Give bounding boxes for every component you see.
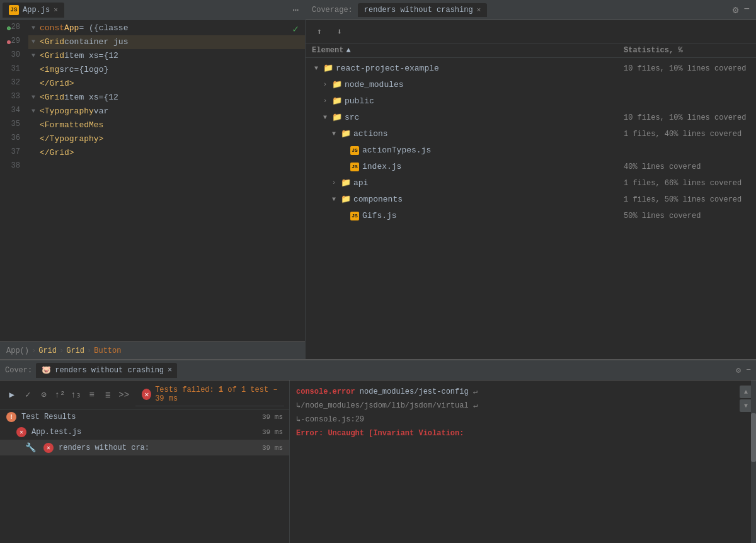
check-btn[interactable]: ✓ — [21, 387, 34, 403]
tree-item-root[interactable]: ▼ 📁 react-project-example 10 files, 10% … — [306, 60, 756, 77]
tree-arrow-root[interactable]: ▼ — [312, 64, 321, 73]
block-btn[interactable]: ⊘ — [37, 387, 50, 403]
sort-num-btn[interactable]: ↑² — [53, 387, 66, 403]
tree-stats-actions: 1 files, 40% lines covered — [624, 128, 750, 140]
line-numbers: 28 29 30 31 32 33 34 35 36 37 38 — [0, 20, 25, 173]
bottom-content: ▶ ✓ ⊘ ↑² ↑₃ ≡ ≣ >> ✕ Tests failed: 1 of … — [0, 380, 756, 543]
tree-item-gifs[interactable]: JS Gifs.js 50% lines covered — [306, 208, 756, 224]
coverage-tab-label: renders without crashing — [364, 6, 473, 14]
app-test-row[interactable]: ✕ App.test.js 39 ms — [0, 425, 289, 440]
test-results-label: Test Results — [21, 413, 257, 421]
breadcrumb-button: Button — [94, 346, 121, 355]
fold-29[interactable]: ▼ — [28, 21, 38, 35]
scrollbar[interactable] — [751, 380, 756, 543]
breadcrumb-app: App() — [6, 346, 29, 355]
app-js-tab[interactable]: JS App.js × — [3, 3, 64, 18]
app-test-fail-icon: ✕ — [16, 427, 26, 437]
scroll-down-btn[interactable]: ▼ — [740, 399, 752, 412]
fold-31[interactable]: ▼ — [28, 49, 38, 63]
code-content: ✓ 28 29 30 31 32 33 34 35 36 37 38 — [0, 20, 305, 341]
warn-icon: ! — [6, 412, 16, 422]
expand-all-btn[interactable]: ⬆ — [312, 24, 327, 39]
test-toolbar: ▶ ✓ ⊘ ↑² ↑₃ ≡ ≣ >> ✕ Tests failed: 1 of … — [0, 380, 289, 409]
bottom-tab-renders[interactable]: 🐷 renders without crashing × — [36, 363, 177, 378]
tree-label-actions: actions — [353, 128, 624, 140]
run-btn[interactable]: ▶ — [5, 387, 18, 403]
coverage-tab[interactable]: renders without crashing × — [358, 3, 487, 17]
app-test-time: 39 ms — [262, 428, 283, 436]
sort-arrow-icon: ▲ — [346, 46, 350, 55]
coverage-header: Coverage: renders without crashing × ⚙ − — [306, 0, 756, 20]
test-list: ! Test Results 39 ms ✕ App.test.js 39 ms… — [0, 409, 289, 543]
tree-item-src[interactable]: ▼ 📁 src 10 files, 10% lines covered — [306, 110, 756, 126]
tree-stats-index: 40% lines covered — [624, 161, 750, 173]
tree-stats-api: 1 files, 66% lines covered — [624, 177, 750, 190]
tree-arrow-node-modules[interactable]: › — [321, 81, 329, 89]
console-line-2: ↳/node_modules/jsdom/lib/jsdom/virtual ↵ — [296, 399, 750, 412]
element-col-header: Element ▲ — [312, 46, 624, 55]
folder-icon-api: 📁 — [341, 178, 351, 188]
fold-34[interactable]: ▼ — [28, 91, 38, 105]
fail-time: 39 ms — [155, 394, 178, 403]
code-line-38: </Grid> — [28, 146, 305, 160]
renders-row[interactable]: 🔧 ✕ renders without cra: 39 ms — [0, 440, 289, 455]
tree-item-index[interactable]: JS index.js 40% lines covered — [306, 159, 756, 175]
more-tests-btn[interactable]: >> — [117, 387, 130, 403]
bottom-gear-icon[interactable]: ⚙ — [736, 365, 741, 375]
bottom-section: Cover: 🐷 renders without crashing × ⚙ − … — [0, 359, 756, 543]
tree-label-index: index.js — [362, 161, 624, 173]
app-test-label: App.test.js — [32, 428, 257, 437]
console-line-1: console.error node_modules/jest-config ↵ — [296, 386, 750, 398]
tab-close-icon[interactable]: × — [54, 6, 58, 14]
sort-abc-btn[interactable]: ↑₃ — [69, 387, 83, 403]
fold-35[interactable]: ▼ — [28, 105, 38, 118]
tree-item-public[interactable]: › 📁 public — [306, 93, 756, 110]
bottom-tab-close[interactable]: × — [168, 366, 172, 375]
folder-icon-actions: 📁 — [341, 129, 351, 139]
tree-stats-gifs: 50% lines covered — [624, 210, 750, 222]
breadcrumb-grid1: Grid — [38, 346, 57, 355]
tree-item-components[interactable]: ▼ 📁 components 1 files, 50% lines covere… — [306, 191, 756, 208]
tree-label-api: api — [353, 177, 624, 190]
filter-btn[interactable]: ≡ — [85, 387, 98, 403]
code-line-29: ▼ const App = ({ classe — [28, 21, 305, 35]
cover-label: Cover: — [5, 366, 32, 375]
scroll-up-btn[interactable]: ▲ — [740, 386, 752, 398]
code-panel: JS App.js × ⋯ ✓ 28 29 30 31 32 33 34 35 … — [0, 0, 306, 359]
tab-more-icon[interactable]: ⋯ — [289, 4, 302, 16]
tree-stats-src: 10 files, 10% lines covered — [624, 111, 750, 124]
tree-item-node-modules[interactable]: › 📁 node_modules — [306, 77, 756, 93]
tree-stats-root: 10 files, 10% lines covered — [624, 62, 750, 75]
bottom-minus-icon[interactable]: − — [746, 365, 751, 375]
fold-30[interactable]: ▼ — [28, 35, 38, 49]
test-results-row[interactable]: ! Test Results 39 ms — [0, 409, 289, 425]
tree-label-src: src — [345, 111, 624, 124]
tree-item-api[interactable]: › 📁 api 1 files, 66% lines covered — [306, 175, 756, 191]
fail-separator: – — [273, 386, 277, 394]
coverage-tab-close[interactable]: × — [477, 6, 481, 14]
tree-arrow-public[interactable]: › — [321, 97, 329, 106]
fail-label: Tests failed: — [155, 386, 214, 394]
tree-arrow-src[interactable]: ▼ — [321, 113, 329, 122]
tree-item-actions[interactable]: ▼ 📁 actions 1 files, 40% lines covered — [306, 126, 756, 142]
tree-arrow-components[interactable]: ▼ — [329, 195, 338, 204]
collapse-all-btn[interactable]: ⬇ — [332, 24, 347, 39]
filter2-btn[interactable]: ≣ — [101, 387, 115, 403]
coverage-toolbar: ⬆ ⬇ — [306, 20, 756, 43]
js-icon-actiontypes: JS — [350, 146, 360, 156]
renders-label: renders without cra: — [59, 443, 257, 452]
stats-col-header: Statistics, % — [624, 46, 750, 55]
code-tab-bar: JS App.js × ⋯ — [0, 0, 305, 20]
tree-arrow-api[interactable]: › — [329, 179, 338, 188]
folder-icon-node-modules: 📁 — [332, 80, 342, 90]
coverage-columns: Element ▲ Statistics, % — [306, 43, 756, 58]
minimize-icon[interactable]: − — [743, 4, 750, 16]
tree-arrow-actions[interactable]: ▼ — [329, 130, 338, 139]
console-line-4: Error: Uncaught [Invariant Violation: — [296, 427, 750, 440]
tree-label-root: react-project-example — [336, 62, 624, 75]
tree-item-actiontypes[interactable]: JS actionTypes.js — [306, 142, 756, 159]
code-line-36: <FormattedMes — [28, 118, 305, 132]
tree-label-gifs: Gifs.js — [362, 210, 624, 222]
gear-icon[interactable]: ⚙ — [733, 4, 739, 16]
fail-text: Tests failed: 1 of 1 test – 39 ms — [155, 386, 278, 403]
